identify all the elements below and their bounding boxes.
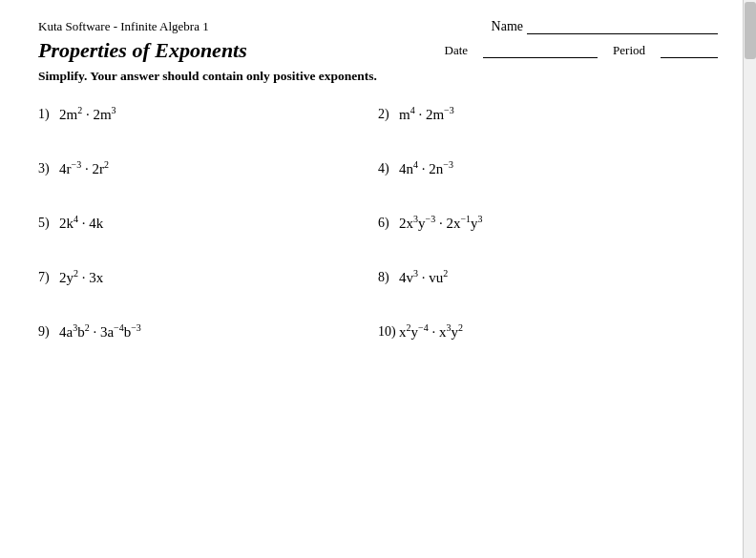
problem-item-10: 10)x2y−4 · x3y2 (378, 315, 718, 369)
problem-expr-4: 4n4 · 2n−3 (399, 161, 453, 177)
name-label: Name (492, 19, 523, 34)
name-field-row: Name (492, 19, 718, 34)
problem-item-7: 7)2y2 · 3x (38, 260, 378, 315)
problem-item-9: 9)4a3b2 · 3a−4b−3 (38, 315, 378, 369)
problem-expr-6: 2x3y−3 · 2x−1y3 (399, 216, 483, 232)
period-underline (661, 43, 718, 58)
problems-grid: 1)2m2 · 2m32)m4 · 2m−33)4r−3 · 2r24)4n4 … (38, 97, 718, 369)
problem-expr-1: 2m2 · 2m3 (59, 107, 116, 123)
instructions-text: Simplify. Your answer should contain onl… (38, 69, 718, 84)
problem-number-8: 8) (378, 270, 399, 285)
problem-item-3: 3)4r−3 · 2r2 (38, 152, 378, 206)
problem-number-5: 5) (38, 216, 59, 231)
problem-expr-10: x2y−4 · x3y2 (399, 324, 463, 341)
software-label: Kuta Software - Infinite Algebra 1 (38, 19, 209, 34)
problem-number-4: 4) (378, 161, 399, 176)
problem-item-4: 4)4n4 · 2n−3 (378, 152, 718, 206)
problem-number-9: 9) (38, 324, 59, 340)
problem-number-6: 6) (378, 216, 399, 231)
problem-item-5: 5)2k4 · 4k (38, 206, 378, 260)
problem-number-3: 3) (38, 161, 59, 176)
problem-number-10: 10) (378, 324, 399, 340)
problem-item-6: 6)2x3y−3 · 2x−1y3 (378, 206, 718, 260)
date-label: Date (445, 43, 469, 58)
problem-number-2: 2) (378, 107, 399, 122)
problem-number-7: 7) (38, 270, 59, 285)
problem-item-8: 8)4v3 · vu2 (378, 260, 718, 315)
date-period-row: Date Period (445, 43, 719, 58)
problem-expr-2: m4 · 2m−3 (399, 107, 454, 123)
problem-item-2: 2)m4 · 2m−3 (378, 97, 718, 152)
problem-expr-7: 2y2 · 3x (59, 270, 103, 286)
problem-expr-3: 4r−3 · 2r2 (59, 161, 109, 177)
problem-item-1: 1)2m2 · 2m3 (38, 97, 378, 152)
problem-number-1: 1) (38, 107, 59, 122)
problem-expr-9: 4a3b2 · 3a−4b−3 (59, 324, 141, 341)
name-underline (527, 19, 718, 34)
page-title: Properties of Exponents (38, 38, 247, 63)
scrollbar[interactable] (743, 0, 756, 558)
problem-expr-8: 4v3 · vu2 (399, 270, 448, 286)
period-label: Period (613, 43, 645, 58)
date-underline (483, 43, 598, 58)
scrollbar-thumb[interactable] (745, 2, 756, 59)
problem-expr-5: 2k4 · 4k (59, 216, 103, 232)
